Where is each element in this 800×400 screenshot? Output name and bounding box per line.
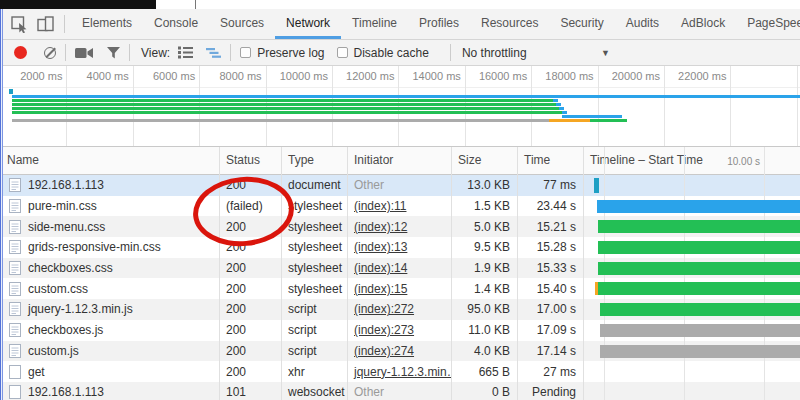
request-initiator[interactable]: (index):272 — [354, 302, 414, 316]
request-waterfall — [583, 258, 800, 279]
request-name: custom.css — [28, 282, 88, 296]
network-overview[interactable]: 2000 ms4000 ms6000 ms8000 ms10000 ms1200… — [0, 66, 800, 147]
tab-elements[interactable]: Elements — [71, 9, 143, 39]
overview-bar-teal — [9, 89, 13, 94]
disable-cache-checkbox[interactable] — [337, 47, 348, 58]
waterfall-bar-green — [598, 262, 800, 275]
network-toolbar: View: Preserve log Disable cache No thro… — [0, 40, 800, 66]
ruler-tick-label: 18000 ms — [532, 70, 594, 82]
request-initiator[interactable]: (index):274 — [354, 344, 414, 358]
toolbar-separator — [129, 44, 130, 61]
waterfall-bar-blue — [597, 200, 800, 213]
table-row[interactable]: checkboxes.css 200 stylesheet (index):14… — [0, 258, 800, 279]
file-icon — [9, 302, 21, 316]
table-row[interactable]: 192.168.1.113 101 websocket Other 0 B Pe… — [0, 382, 800, 400]
request-list: 192.168.1.113 200 document Other 13.0 KB… — [0, 175, 800, 400]
table-row[interactable]: get 200 xhr jquery-1.12.3.min… 665 B 27 … — [0, 361, 800, 382]
tab-resources[interactable]: Resources — [470, 9, 549, 39]
request-size: 9.5 KB — [474, 240, 510, 254]
overview-bar-green — [12, 99, 553, 102]
overview-bar-green — [12, 103, 556, 106]
column-header-initiator[interactable]: Initiator — [347, 147, 451, 174]
request-initiator[interactable]: (index):12 — [354, 220, 407, 234]
tab-profiles[interactable]: Profiles — [408, 9, 470, 39]
preserve-log-checkbox[interactable] — [240, 47, 251, 58]
overview-bar-blue — [12, 95, 800, 98]
tab-audits[interactable]: Audits — [615, 9, 670, 39]
tabbar-separator — [64, 15, 65, 33]
column-header-time[interactable]: Time — [517, 147, 583, 174]
request-size: 5.0 KB — [474, 220, 510, 234]
table-row[interactable]: 192.168.1.113 200 document Other 13.0 KB… — [0, 175, 800, 196]
request-initiator[interactable]: jquery-1.12.3.min… — [354, 365, 451, 379]
column-header-status[interactable]: Status — [219, 147, 281, 174]
waterfall-bar-green — [598, 282, 800, 295]
table-row[interactable]: custom.js 200 script (index):274 4.0 KB … — [0, 341, 800, 362]
request-initiator[interactable]: (index):13 — [354, 240, 407, 254]
request-initiator[interactable]: (index):273 — [354, 323, 414, 337]
request-type: document — [288, 178, 341, 192]
toolbar-separator — [230, 44, 231, 61]
request-status: 200 — [226, 240, 246, 254]
ruler-tick-label: 20000 ms — [598, 70, 660, 82]
request-size: 1.4 KB — [474, 282, 510, 296]
request-name: 192.168.1.113 — [28, 385, 104, 399]
waterfall-bar-green — [598, 220, 800, 233]
request-type: xhr — [288, 365, 305, 379]
request-type: script — [288, 323, 317, 337]
request-time: 15.33 s — [537, 261, 576, 275]
table-row[interactable]: checkboxes.js 200 script (index):273 11.… — [0, 320, 800, 341]
column-header-size[interactable]: Size — [451, 147, 517, 174]
request-name: grids-responsive-min.css — [28, 240, 161, 254]
tab-security[interactable]: Security — [549, 9, 614, 39]
waterfall-bar-green — [600, 303, 800, 316]
filter-icon[interactable] — [107, 47, 120, 59]
request-initiator[interactable]: (index):15 — [354, 282, 407, 296]
table-row[interactable]: jquery-1.12.3.min.js 200 script (index):… — [0, 299, 800, 320]
table-row[interactable]: custom.css 200 stylesheet (index):15 1.4… — [0, 278, 800, 299]
record-button[interactable] — [14, 46, 27, 59]
ruler-tick-label: 16000 ms — [465, 70, 527, 82]
browser-dark-area — [0, 0, 156, 9]
device-toolbar-icon[interactable] — [34, 14, 56, 34]
waterfall-view-icon[interactable] — [206, 47, 221, 59]
request-name: jquery-1.12.3.min.js — [28, 302, 133, 316]
toolbar-separator — [65, 44, 66, 61]
request-initiator[interactable]: (index):11 — [354, 199, 406, 213]
tab-timeline[interactable]: Timeline — [341, 9, 408, 39]
overview-bar-blue — [553, 99, 558, 102]
ruler-tick-label: 2000 ms — [0, 70, 62, 82]
inspect-element-icon[interactable] — [8, 14, 30, 34]
request-type: stylesheet — [288, 220, 342, 234]
tab-sources[interactable]: Sources — [209, 9, 275, 39]
clear-button[interactable] — [44, 47, 56, 59]
screenshot-camera-icon[interactable] — [75, 47, 93, 59]
tab-adblock[interactable]: AdBlock — [670, 9, 736, 39]
request-size: 1.9 KB — [474, 261, 510, 275]
tab-console[interactable]: Console — [143, 9, 209, 39]
tab-network[interactable]: Network — [275, 9, 341, 39]
table-row[interactable]: pure-min.css (failed) stylesheet (index)… — [0, 196, 800, 217]
overview-bar-gray — [12, 119, 549, 122]
request-size: 13.0 KB — [467, 178, 510, 192]
waterfall-bar-gray — [600, 324, 800, 337]
overview-bar-green — [12, 111, 562, 114]
request-type: script — [288, 302, 317, 316]
request-initiator: Other — [354, 385, 384, 399]
request-status: 200 — [226, 178, 246, 192]
column-header-type[interactable]: Type — [281, 147, 347, 174]
tab-pagespeed[interactable]: PageSpeed — [736, 9, 800, 39]
table-row[interactable]: grids-responsive-min.css 200 stylesheet … — [0, 237, 800, 258]
request-initiator[interactable]: (index):14 — [354, 261, 407, 275]
ruler-tick-label: 12000 ms — [332, 70, 394, 82]
file-icon — [9, 240, 21, 254]
list-view-icon[interactable] — [178, 46, 193, 59]
table-row[interactable]: side-menu.css 200 stylesheet (index):12 … — [0, 216, 800, 237]
request-status: 200 — [226, 323, 246, 337]
column-header-name[interactable]: Name — [0, 147, 219, 174]
request-status: (failed) — [226, 199, 263, 213]
throttling-select[interactable]: No throttling ▼ — [462, 46, 610, 60]
request-waterfall — [583, 341, 800, 362]
ruler-tick-label: 22000 ms — [664, 70, 726, 82]
request-size: 4.0 KB — [474, 344, 510, 358]
